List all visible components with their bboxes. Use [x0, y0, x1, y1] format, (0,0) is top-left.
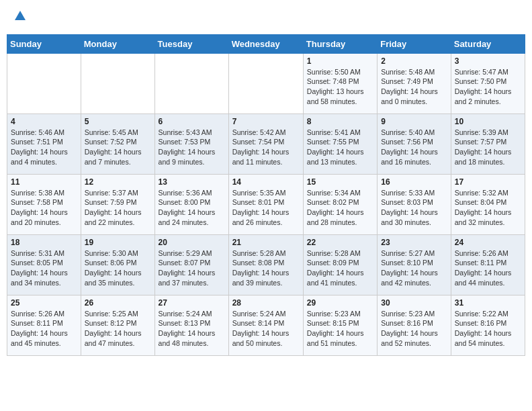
day-number: 11: [11, 177, 77, 187]
day-cell: 29 Sunrise: 5:23 AMSunset: 8:15 PMDaylig…: [303, 295, 377, 355]
week-row-3: 11 Sunrise: 5:38 AMSunset: 7:58 PMDaylig…: [7, 174, 525, 234]
day-number: 12: [85, 177, 151, 187]
day-info: Sunrise: 5:37 AMSunset: 7:59 PMDaylight:…: [85, 188, 151, 228]
day-info: Sunrise: 5:23 AMSunset: 8:16 PMDaylight:…: [381, 309, 447, 349]
week-row-1: 1 Sunrise: 5:50 AMSunset: 7:48 PMDayligh…: [7, 53, 525, 113]
svg-marker-0: [15, 11, 26, 20]
day-cell: 19 Sunrise: 5:30 AMSunset: 8:06 PMDaylig…: [81, 234, 154, 295]
day-cell: 5 Sunrise: 5:45 AMSunset: 7:52 PMDayligh…: [81, 113, 154, 174]
header-saturday: Saturday: [451, 34, 525, 53]
day-number: 7: [232, 117, 300, 126]
day-cell: 16 Sunrise: 5:33 AMSunset: 8:03 PMDaylig…: [378, 174, 451, 234]
day-number: 4: [11, 117, 77, 126]
day-number: 31: [455, 298, 521, 308]
day-cell: [7, 53, 81, 113]
day-number: 17: [455, 177, 521, 187]
header-tuesday: Tuesday: [154, 34, 228, 53]
day-number: 21: [232, 238, 300, 247]
day-number: 5: [85, 117, 151, 126]
header-thursday: Thursday: [303, 34, 377, 53]
day-cell: 13 Sunrise: 5:36 AMSunset: 8:00 PMDaylig…: [154, 174, 228, 234]
day-number: 18: [11, 238, 77, 247]
day-cell: 27 Sunrise: 5:24 AMSunset: 8:13 PMDaylig…: [154, 295, 228, 355]
day-info: Sunrise: 5:39 AMSunset: 7:57 PMDaylight:…: [455, 128, 521, 167]
header-wednesday: Wednesday: [228, 34, 303, 53]
day-number: 25: [11, 298, 77, 308]
day-cell: 22 Sunrise: 5:28 AMSunset: 8:09 PMDaylig…: [303, 234, 377, 295]
day-cell: [154, 53, 228, 113]
day-number: 29: [307, 298, 373, 308]
day-info: Sunrise: 5:26 AMSunset: 8:11 PMDaylight:…: [11, 309, 77, 349]
day-info: Sunrise: 5:31 AMSunset: 8:05 PMDaylight:…: [11, 248, 77, 288]
day-number: 6: [159, 117, 225, 126]
day-info: Sunrise: 5:29 AMSunset: 8:07 PMDaylight:…: [159, 248, 225, 288]
day-cell: 31 Sunrise: 5:22 AMSunset: 8:16 PMDaylig…: [451, 295, 525, 355]
day-info: Sunrise: 5:28 AMSunset: 8:08 PMDaylight:…: [232, 248, 300, 288]
day-number: 30: [381, 298, 447, 308]
day-number: 20: [159, 238, 225, 247]
day-number: 23: [381, 238, 447, 247]
day-cell: 14 Sunrise: 5:35 AMSunset: 8:01 PMDaylig…: [228, 174, 303, 234]
day-cell: 6 Sunrise: 5:43 AMSunset: 7:53 PMDayligh…: [154, 113, 228, 174]
calendar-header-row: SundayMondayTuesdayWednesdayThursdayFrid…: [7, 34, 525, 53]
day-info: Sunrise: 5:34 AMSunset: 8:02 PMDaylight:…: [307, 188, 373, 228]
day-cell: 2 Sunrise: 5:48 AMSunset: 7:49 PMDayligh…: [378, 53, 451, 113]
day-cell: 17 Sunrise: 5:32 AMSunset: 8:04 PMDaylig…: [451, 174, 525, 234]
day-cell: 11 Sunrise: 5:38 AMSunset: 7:58 PMDaylig…: [7, 174, 81, 234]
day-cell: 15 Sunrise: 5:34 AMSunset: 8:02 PMDaylig…: [303, 174, 377, 234]
day-info: Sunrise: 5:24 AMSunset: 8:13 PMDaylight:…: [159, 309, 225, 349]
day-info: Sunrise: 5:38 AMSunset: 7:58 PMDaylight:…: [11, 188, 77, 228]
day-info: Sunrise: 5:28 AMSunset: 8:09 PMDaylight:…: [307, 248, 373, 288]
day-info: Sunrise: 5:22 AMSunset: 8:16 PMDaylight:…: [455, 309, 521, 349]
day-info: Sunrise: 5:26 AMSunset: 8:11 PMDaylight:…: [455, 248, 521, 288]
day-info: Sunrise: 5:40 AMSunset: 7:56 PMDaylight:…: [381, 128, 447, 167]
day-info: Sunrise: 5:41 AMSunset: 7:55 PMDaylight:…: [307, 128, 373, 167]
day-info: Sunrise: 5:50 AMSunset: 7:48 PMDaylight:…: [307, 67, 373, 107]
day-info: Sunrise: 5:45 AMSunset: 7:52 PMDaylight:…: [85, 128, 151, 167]
day-number: 8: [307, 117, 373, 126]
day-cell: 21 Sunrise: 5:28 AMSunset: 8:08 PMDaylig…: [228, 234, 303, 295]
day-cell: 30 Sunrise: 5:23 AMSunset: 8:16 PMDaylig…: [378, 295, 451, 355]
day-number: 2: [381, 56, 447, 66]
day-number: 19: [85, 238, 151, 247]
day-cell: 10 Sunrise: 5:39 AMSunset: 7:57 PMDaylig…: [451, 113, 525, 174]
day-cell: 8 Sunrise: 5:41 AMSunset: 7:55 PMDayligh…: [303, 113, 377, 174]
day-number: 22: [307, 238, 373, 247]
day-number: 13: [159, 177, 225, 187]
week-row-2: 4 Sunrise: 5:46 AMSunset: 7:51 PMDayligh…: [7, 113, 525, 174]
day-number: 15: [307, 177, 373, 187]
day-number: 1: [307, 56, 373, 66]
day-info: Sunrise: 5:47 AMSunset: 7:50 PMDaylight:…: [455, 67, 521, 107]
day-cell: 18 Sunrise: 5:31 AMSunset: 8:05 PMDaylig…: [7, 234, 81, 295]
day-info: Sunrise: 5:23 AMSunset: 8:15 PMDaylight:…: [307, 309, 373, 349]
day-number: 27: [159, 298, 225, 308]
day-cell: [81, 53, 154, 113]
day-cell: 4 Sunrise: 5:46 AMSunset: 7:51 PMDayligh…: [7, 113, 81, 174]
day-number: 10: [455, 117, 521, 126]
header-sunday: Sunday: [7, 34, 81, 53]
day-number: 9: [381, 117, 447, 126]
week-row-4: 18 Sunrise: 5:31 AMSunset: 8:05 PMDaylig…: [7, 234, 525, 295]
day-info: Sunrise: 5:46 AMSunset: 7:51 PMDaylight:…: [11, 128, 77, 167]
day-info: Sunrise: 5:42 AMSunset: 7:54 PMDaylight:…: [232, 128, 300, 167]
day-cell: 12 Sunrise: 5:37 AMSunset: 7:59 PMDaylig…: [81, 174, 154, 234]
day-info: Sunrise: 5:24 AMSunset: 8:14 PMDaylight:…: [232, 309, 300, 349]
day-number: 26: [85, 298, 151, 308]
day-info: Sunrise: 5:30 AMSunset: 8:06 PMDaylight:…: [85, 248, 151, 288]
day-cell: 3 Sunrise: 5:47 AMSunset: 7:50 PMDayligh…: [451, 53, 525, 113]
week-row-5: 25 Sunrise: 5:26 AMSunset: 8:11 PMDaylig…: [7, 295, 525, 355]
day-cell: 25 Sunrise: 5:26 AMSunset: 8:11 PMDaylig…: [7, 295, 81, 355]
day-cell: 24 Sunrise: 5:26 AMSunset: 8:11 PMDaylig…: [451, 234, 525, 295]
day-cell: 26 Sunrise: 5:25 AMSunset: 8:12 PMDaylig…: [81, 295, 154, 355]
day-cell: 20 Sunrise: 5:29 AMSunset: 8:07 PMDaylig…: [154, 234, 228, 295]
day-cell: 7 Sunrise: 5:42 AMSunset: 7:54 PMDayligh…: [228, 113, 303, 174]
day-info: Sunrise: 5:25 AMSunset: 8:12 PMDaylight:…: [85, 309, 151, 349]
header-friday: Friday: [378, 34, 451, 53]
day-cell: 23 Sunrise: 5:27 AMSunset: 8:10 PMDaylig…: [378, 234, 451, 295]
day-info: Sunrise: 5:35 AMSunset: 8:01 PMDaylight:…: [232, 188, 300, 228]
day-info: Sunrise: 5:36 AMSunset: 8:00 PMDaylight:…: [159, 188, 225, 228]
logo: [12, 9, 27, 26]
day-info: Sunrise: 5:33 AMSunset: 8:03 PMDaylight:…: [381, 188, 447, 228]
day-number: 28: [232, 298, 300, 308]
day-cell: 28 Sunrise: 5:24 AMSunset: 8:14 PMDaylig…: [228, 295, 303, 355]
